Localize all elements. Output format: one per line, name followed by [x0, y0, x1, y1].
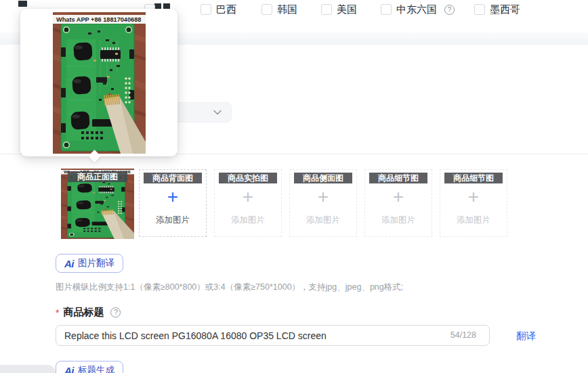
image-preview-popup	[20, 9, 177, 156]
checkbox[interactable]	[321, 4, 332, 15]
market-item-middle-east: 中东六国 ?	[381, 3, 455, 16]
slot-label: 商品背面图	[144, 173, 202, 183]
market-item-brazil: 巴西	[201, 3, 236, 16]
add-image-text: 添加图片	[156, 215, 190, 226]
upload-slot-real-shot[interactable]: 商品实拍图 + 添加图片	[214, 169, 282, 237]
add-image-text: 添加图片	[231, 215, 265, 226]
product-title-input-wrap: 54/128	[56, 325, 490, 346]
product-title-label-row: * 商品标题 ?	[56, 306, 121, 319]
checkbox[interactable]	[201, 4, 211, 15]
market-label: 中东六国	[396, 3, 437, 16]
plus-icon: +	[468, 188, 479, 206]
ai-title-generate-button[interactable]: Ai 标题生成	[56, 361, 123, 373]
ai-image-translate-button[interactable]: Ai 图片翻译	[56, 254, 123, 273]
checkbox[interactable]	[381, 4, 392, 15]
product-title-input[interactable]	[56, 325, 490, 346]
checkbox[interactable]	[474, 4, 485, 15]
add-image-text: 添加图片	[381, 215, 415, 226]
covered-label-fragment	[18, 1, 27, 7]
char-counter: 54/128	[450, 330, 476, 340]
image-requirements-hint: 图片横纵比例支持1:1（像素≥800*800）或3:4（像素≥750*1000）…	[56, 282, 403, 293]
market-label: 墨西哥	[490, 3, 520, 16]
bottom-panel-corner	[0, 365, 56, 373]
ai-icon: Ai	[64, 365, 74, 373]
plus-icon: +	[167, 188, 178, 206]
checkbox[interactable]	[261, 4, 272, 15]
plus-icon: +	[243, 188, 253, 206]
upload-slot-detail-2[interactable]: 商品细节图 + 添加图片	[440, 169, 507, 237]
translate-link[interactable]: 翻译	[516, 330, 536, 343]
upload-slot-front[interactable]: 商品正面图	[61, 169, 134, 239]
ai-title-generate-label: 标题生成	[78, 364, 114, 373]
upload-slot-detail-1[interactable]: 商品细节图 + 添加图片	[364, 169, 432, 237]
market-label: 韩国	[277, 3, 297, 16]
market-label: 巴西	[216, 3, 236, 16]
ai-image-translate-label: 图片翻译	[78, 257, 114, 269]
required-asterisk: *	[56, 307, 59, 318]
market-item-mexico: 墨西哥	[474, 3, 520, 16]
market-item-korea: 韩国	[261, 3, 297, 16]
slot-label: 商品侧面图	[294, 173, 352, 183]
plus-icon: +	[393, 188, 404, 206]
product-title-label: 商品标题	[63, 306, 104, 319]
upload-slot-back[interactable]: 商品背面图 + 添加图片	[139, 169, 207, 237]
slot-label: 商品正面图	[68, 171, 127, 182]
add-image-text: 添加图片	[457, 215, 490, 226]
slot-label: 商品细节图	[369, 173, 427, 183]
market-label: 美国	[337, 3, 357, 16]
slot-label: 商品实拍图	[219, 173, 277, 183]
upload-slot-side[interactable]: 商品侧面图 + 添加图片	[289, 169, 357, 237]
help-icon[interactable]: ?	[110, 307, 121, 317]
ai-icon: Ai	[64, 258, 74, 269]
slot-label: 商品细节图	[444, 173, 503, 183]
product-listing-page: Whats APP +86 18817040688 巴西 韩国 美国 中东六国 …	[0, 0, 588, 373]
help-icon[interactable]: ?	[444, 5, 455, 15]
add-image-text: 添加图片	[306, 215, 340, 226]
plus-icon: +	[318, 188, 329, 206]
chevron-down-icon	[213, 110, 222, 115]
pcb-photo-large	[53, 12, 146, 154]
market-item-usa: 美国	[321, 3, 357, 16]
